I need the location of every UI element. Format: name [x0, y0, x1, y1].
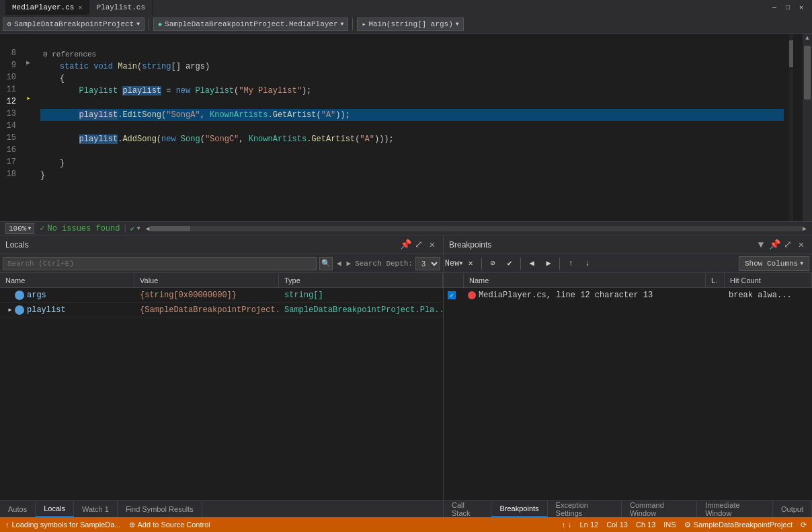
code-static: static	[40, 62, 89, 71]
pipe: |	[122, 224, 127, 233]
depth-select[interactable]: 3 1 2 5	[415, 257, 440, 270]
maximize-btn[interactable]: □	[782, 2, 793, 13]
tab-mediaplayer[interactable]: MediaPlayer.cs ✕	[5, 0, 89, 15]
bp-expand-btn[interactable]: ⤢	[782, 239, 793, 250]
table-row[interactable]: ▶ playlist {SampleDataBreakpointProject.…	[0, 303, 443, 317]
row-args-name: args	[0, 288, 134, 302]
bp-next-btn[interactable]: ▶	[541, 256, 556, 271]
search-next-btn[interactable]: ▶	[346, 259, 353, 268]
bp-toolbar: New ▼ ✕ ⊘ ✔ ◀ ▶ ↑ ↓ Show Columns ▼	[444, 254, 812, 273]
locals-close-btn[interactable]: ✕	[427, 239, 438, 250]
bp-checkbox[interactable]: ✓	[448, 291, 456, 299]
status-source-control[interactable]: ⊕ Add to Source Control	[129, 521, 210, 529]
h-scroll-thumb[interactable]	[150, 226, 190, 231]
table-row[interactable]: args {string[0x00000000]} string[]	[0, 288, 443, 303]
row-args-expand[interactable]	[5, 291, 15, 300]
bp-enable-all-btn[interactable]: ✔	[502, 256, 517, 271]
locals-expand-btn[interactable]: ⤢	[413, 239, 424, 250]
bp-col-check	[444, 273, 464, 287]
row-playlist-icon	[15, 305, 24, 315]
toolbar-sep-1	[149, 18, 149, 30]
status-right: ↑ ↓ Ln 12 Col 13 Ch 13 INS ⚙ SampleDataB…	[562, 521, 807, 529]
scroll-right-btn[interactable]: ▶	[803, 225, 807, 233]
tab-watch1-label: Watch 1	[82, 505, 109, 513]
bp-disable-btn[interactable]: ⊘	[485, 256, 500, 271]
no-issues: ✓ No issues found | ✔ ▼	[40, 223, 140, 233]
class-icon: ◆	[158, 20, 162, 28]
bp-sep-1	[481, 258, 482, 270]
search-prev-btn[interactable]: ◀	[335, 259, 343, 268]
bp-title: Breakpoints	[449, 240, 491, 250]
arrow-down-icon[interactable]: ↓	[568, 521, 572, 529]
bp-table-row[interactable]: ✓ MediaPlayer.cs, line 12 character 13 b…	[444, 288, 812, 303]
tab-mediaplayer-close[interactable]: ✕	[78, 3, 82, 11]
h-scrollbar[interactable]	[150, 226, 803, 231]
status-col: Col 13	[606, 521, 628, 529]
search-go-btn[interactable]: 🔍	[319, 257, 333, 270]
bp-import-btn[interactable]: ↓	[580, 256, 595, 271]
bp-header-controls: ▼ 📌 ⤢ ✕	[756, 239, 807, 250]
status-sync: ⟳	[801, 521, 807, 529]
tab-callstack-label: Call Stack	[452, 501, 483, 517]
tab-autos[interactable]: Autos	[0, 501, 36, 517]
bp-delete-btn[interactable]: ✕	[463, 256, 478, 271]
bp-header: Breakpoints ▼ 📌 ⤢ ✕	[444, 235, 812, 254]
bp-dropdown-btn[interactable]: ▼	[756, 239, 766, 250]
row-playlist-type: SampleDataBreakpointProject.Pla...	[279, 303, 443, 317]
project-dropdown[interactable]: ⚙ SampleDataBreakpointProject ▼	[3, 17, 145, 31]
vertical-scrollbar[interactable]: ▲	[803, 34, 812, 221]
tab-mediaplayer-label: MediaPlayer.cs	[12, 3, 74, 11]
bp-row-check[interactable]: ✓	[444, 288, 464, 303]
class-label: SampleDataBreakpointProject.MediaPlayer	[165, 20, 337, 28]
class-dropdown[interactable]: ◆ SampleDataBreakpointProject.MediaPlaye…	[153, 17, 348, 31]
scroll-left-btn[interactable]: ◀	[146, 225, 150, 233]
scroll-up-btn[interactable]: ▲	[804, 34, 810, 43]
locals-pin-btn[interactable]: 📌	[400, 239, 411, 250]
bp-dot-icon	[468, 291, 476, 299]
tab-output[interactable]: Output	[773, 501, 812, 517]
checkmark-icon: ✔	[130, 225, 134, 233]
bp-new-btn[interactable]: New ▼	[446, 256, 461, 271]
bp-table-body: ✓ MediaPlayer.cs, line 12 character 13 b…	[444, 288, 812, 303]
minimap-thumb[interactable]	[789, 40, 793, 67]
bp-prev-btn[interactable]: ◀	[524, 256, 539, 271]
method-dropdown[interactable]: ▸ Main(string[] args) ▼	[357, 17, 463, 31]
project-icon2: ⚙	[684, 521, 691, 529]
status-ins: INS	[663, 521, 676, 529]
show-columns-btn[interactable]: Show Columns ▼	[739, 256, 809, 271]
bp-sep-3	[559, 258, 560, 270]
col-value: Value	[134, 273, 279, 287]
tab-playlist[interactable]: Playlist.cs	[89, 0, 153, 15]
tab-output-label: Output	[781, 505, 803, 513]
bp-pin-btn[interactable]: 📌	[769, 239, 780, 250]
locals-search-input[interactable]	[3, 257, 317, 270]
close-btn[interactable]: ✕	[796, 2, 807, 13]
check-icon: ✓	[40, 223, 44, 233]
bp-export-btn[interactable]: ↑	[563, 256, 578, 271]
tab-immediatewindow[interactable]: Immediate Window	[697, 501, 773, 517]
tab-autos-label: Autos	[8, 505, 27, 513]
minimize-btn[interactable]: —	[769, 2, 780, 13]
tab-exceptionsettings[interactable]: Exception Settings	[548, 501, 622, 517]
tab-watch1[interactable]: Watch 1	[74, 501, 118, 517]
bp-close-btn[interactable]: ✕	[796, 239, 807, 250]
row-playlist-expand[interactable]: ▶	[5, 305, 15, 315]
code-content[interactable]: 0 references static void Main(string[] a…	[35, 34, 789, 221]
toolbar: ⚙ SampleDataBreakpointProject ▼ ◆ Sample…	[0, 15, 812, 34]
row-playlist-name-label: playlist	[27, 305, 66, 315]
arrow-up-icon[interactable]: ↑	[562, 521, 566, 529]
dropdown-icon[interactable]: ▼	[137, 225, 140, 231]
row-playlist-value: {SampleDataBreakpointProject.Playlist}	[134, 303, 279, 317]
bottom-panel: Locals 📌 ⤢ ✕ 🔍 ◀ ▶ Search Depth: 3 1 2 5	[0, 235, 812, 517]
tab-breakpoints[interactable]: Breakpoints	[491, 501, 547, 517]
tab-findsymbol[interactable]: Find Symbol Results	[118, 501, 202, 517]
zoom-control[interactable]: 100% ▼	[5, 223, 34, 234]
bp-col-hitcount: Hit Count	[725, 273, 812, 287]
tab-locals[interactable]: Locals	[36, 501, 74, 517]
scroll-thumb[interactable]	[804, 46, 811, 100]
left-tab-bar: Autos Locals Watch 1 Find Symbol Results	[0, 501, 444, 517]
tab-callstack[interactable]: Call Stack	[444, 501, 491, 517]
tab-commandwindow[interactable]: Command Window	[622, 501, 697, 517]
source-control-label: Add to Source Control	[138, 521, 210, 529]
h-scrollbar-container: ◀ ▶	[146, 225, 807, 233]
